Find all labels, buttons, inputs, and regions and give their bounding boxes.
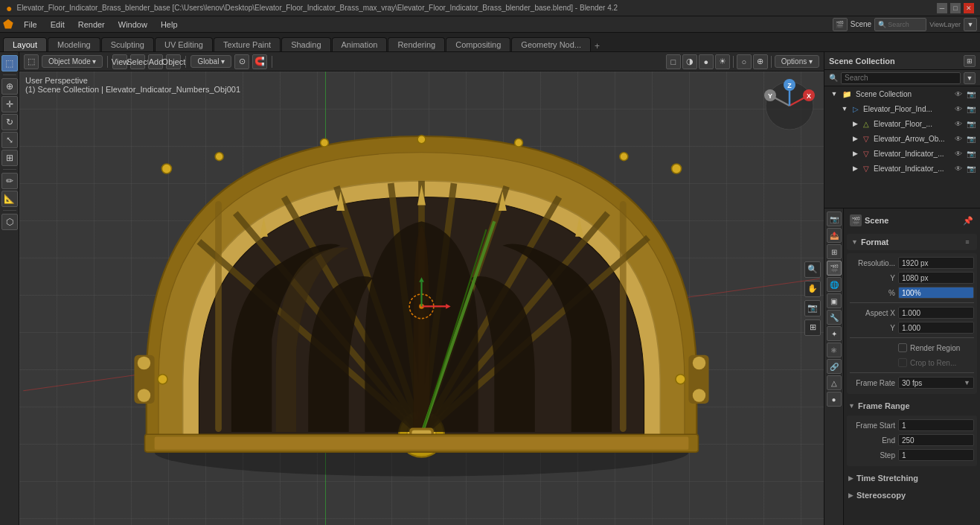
object-mode-selector[interactable]: Object Mode ▾ [42, 55, 103, 68]
view-menu-btn[interactable]: View [112, 54, 127, 69]
viewport-shading-material[interactable]: ● [699, 54, 714, 69]
camera-icon[interactable]: 📷 [804, 300, 821, 316]
viewport[interactable]: ⬚ Object Mode ▾ View Select Add Object G… [19, 52, 824, 525]
format-section-header[interactable]: ▼ Format ≡ [847, 234, 977, 250]
tool-measure[interactable]: 📐 [1, 191, 18, 207]
tab-modeling[interactable]: Modeling [48, 37, 100, 51]
tool-add-object[interactable]: ⬡ [1, 214, 18, 230]
outliner-scene-collection[interactable]: ▼ 📁 Scene Collection 👁 📷 [824, 86, 980, 101]
props-modifier-btn[interactable]: 🔧 [827, 310, 842, 325]
frame-start-input[interactable]: 1 [898, 419, 974, 431]
tool-scale[interactable]: ⤡ [1, 132, 18, 148]
render-region-checkbox[interactable] [898, 343, 907, 352]
tab-layout[interactable]: Layout [3, 37, 47, 51]
tool-move[interactable]: ✛ [1, 96, 18, 112]
viewport-overlays-btn[interactable]: ○ [737, 54, 752, 69]
tab-sculpting[interactable]: Sculpting [101, 37, 154, 51]
props-particles-btn[interactable]: ✦ [827, 326, 842, 341]
props-material-btn[interactable]: ● [827, 392, 842, 407]
viewport-shading-render[interactable]: ☀ [715, 54, 730, 69]
grid-icon[interactable]: ⊞ [804, 319, 821, 336]
eye-icon-1[interactable]: 👁 [955, 120, 962, 128]
eye-icon-4[interactable]: 👁 [955, 165, 962, 173]
frame-rate-select[interactable]: 30 fps ▼ [898, 377, 974, 389]
format-list-icon[interactable]: ≡ [962, 237, 973, 247]
props-object-btn[interactable]: ▣ [827, 293, 842, 308]
frame-step-input[interactable]: 1 [898, 449, 974, 461]
props-world-btn[interactable]: 🌐 [827, 277, 842, 292]
proportional-editing-btn[interactable]: ⊙ [234, 54, 249, 69]
add-menu-btn[interactable]: Add [148, 54, 163, 69]
resolution-pct-input[interactable]: 100% [898, 287, 974, 299]
viewport-canvas[interactable]: User Perspective (1) Scene Collection | … [19, 71, 824, 525]
menu-file[interactable]: File [18, 19, 43, 31]
viewport-shading-wire[interactable]: □ [666, 54, 681, 69]
maximize-button[interactable]: □ [950, 3, 961, 13]
eye-icon[interactable]: 👁 [955, 90, 962, 98]
cam-icon-0[interactable]: 📷 [967, 105, 976, 113]
menu-render[interactable]: Render [72, 19, 111, 31]
object-menu-btn[interactable]: Object [166, 54, 181, 69]
outliner-item-2[interactable]: ▶ ▽ Elevator_Arrow_Ob... 👁 📷 [824, 131, 980, 146]
menu-edit[interactable]: Edit [45, 19, 71, 31]
close-button[interactable]: ✕ [964, 3, 974, 13]
tool-annotate[interactable]: ✏ [1, 173, 18, 189]
outliner-item-4[interactable]: ▶ ▽ Elevator_Indicator_... 👁 📷 [824, 161, 980, 176]
tab-compositing[interactable]: Compositing [446, 37, 510, 51]
tool-rotate[interactable]: ↻ [1, 114, 18, 130]
camera-visibility-icon[interactable]: 📷 [967, 90, 976, 98]
resolution-x-input[interactable]: 1920 px [898, 257, 974, 269]
cam-icon-3[interactable]: 📷 [967, 150, 976, 158]
stereoscopy-header[interactable]: ▶ Stereoscopy [847, 488, 977, 503]
outliner-filter-options[interactable]: ▼ [964, 72, 976, 84]
minimize-button[interactable]: ─ [937, 3, 947, 13]
viewport-shading-solid[interactable]: ◑ [682, 54, 697, 69]
outliner-item-1[interactable]: ▶ △ Elevator_Floor_... 👁 📷 [824, 116, 980, 131]
eye-icon-3[interactable]: 👁 [955, 150, 962, 158]
viewport-gizmos-btn[interactable]: ⊕ [753, 54, 768, 69]
outliner-filter-btn[interactable]: ⊞ [964, 55, 976, 67]
tab-rendering[interactable]: Rendering [388, 37, 445, 51]
eye-icon-2[interactable]: 👁 [955, 135, 962, 143]
outliner-search-input[interactable] [841, 72, 961, 84]
transform-mode-btn[interactable]: Global ▾ [190, 55, 231, 68]
aspect-x-input[interactable]: 1.000 [898, 307, 974, 319]
props-constraints-btn[interactable]: 🔗 [827, 359, 842, 374]
tab-uv-editing[interactable]: UV Editing [155, 37, 213, 51]
props-render-btn[interactable]: 📷 [827, 211, 842, 226]
search-bar[interactable]: 🔍 Search [874, 18, 926, 31]
eye-icon-0[interactable]: 👁 [955, 105, 962, 113]
add-workspace-button[interactable]: + [595, 41, 600, 51]
props-output-btn[interactable]: 📤 [827, 228, 842, 243]
hand-icon[interactable]: ✋ [804, 281, 821, 297]
tab-animation[interactable]: Animation [332, 37, 388, 51]
props-data-btn[interactable]: △ [827, 375, 842, 390]
menu-window[interactable]: Window [112, 19, 153, 31]
scene-selector[interactable]: 🎬 [833, 18, 848, 31]
menu-help[interactable]: Help [155, 19, 184, 31]
outliner-item-3[interactable]: ▶ ▽ Elevator_Indicator_... 👁 📷 [824, 146, 980, 161]
props-view-layer-btn[interactable]: ⊞ [827, 244, 842, 259]
time-stretching-header[interactable]: ▶ Time Stretching [847, 471, 977, 486]
options-btn[interactable]: Options ▾ [775, 55, 819, 68]
viewlayer-options[interactable]: ▼ [964, 18, 977, 31]
resolution-y-input[interactable]: 1080 px [898, 272, 974, 284]
outliner-item-0[interactable]: ▼ ▷ Elevator_Floor_Ind... 👁 📷 [824, 101, 980, 116]
tab-shading[interactable]: Shading [281, 37, 330, 51]
tab-geometry-nodes[interactable]: Geometry Nod... [511, 37, 591, 51]
select-menu-btn[interactable]: Select [130, 54, 145, 69]
props-physics-btn[interactable]: ⚛ [827, 343, 842, 357]
tool-select-box[interactable]: ⬚ [1, 55, 18, 71]
aspect-y-input[interactable]: 1.000 [898, 322, 974, 334]
snap-btn[interactable]: 🧲 [252, 54, 267, 69]
viewport-icon-btn-1[interactable]: ⬚ [24, 54, 39, 69]
crop-checkbox[interactable] [898, 358, 907, 367]
cam-icon-2[interactable]: 📷 [967, 135, 976, 143]
tab-texture-paint[interactable]: Texture Paint [214, 37, 281, 51]
zoom-icon[interactable]: 🔍 [804, 261, 821, 278]
tool-cursor[interactable]: ⊕ [1, 78, 18, 95]
frame-end-input[interactable]: 250 [898, 434, 974, 446]
tool-transform[interactable]: ⊞ [1, 150, 18, 166]
cam-icon-1[interactable]: 📷 [967, 120, 976, 128]
props-scene-btn[interactable]: 🎬 [827, 261, 842, 276]
